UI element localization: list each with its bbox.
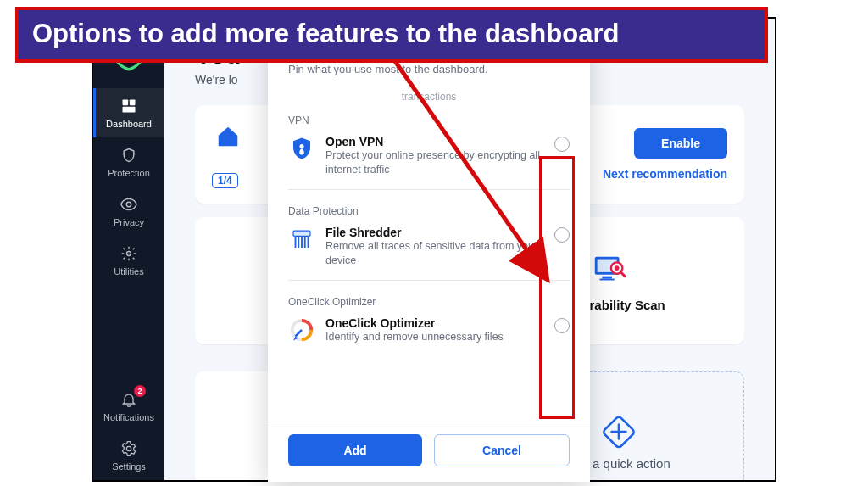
option-oneclick-optimizer[interactable]: OneClick Optimizer Identify and remove u…	[288, 315, 570, 356]
sidebar-item-label: Settings	[112, 461, 146, 472]
optimizer-icon	[288, 316, 315, 344]
sidebar-item-label: Privacy	[114, 217, 144, 227]
annotation-banner: Options to add more features to the dash…	[15, 7, 768, 63]
sidebar-item-label: Dashboard	[106, 119, 152, 129]
section-heading-data-protection: Data Protection	[288, 189, 570, 224]
enable-button[interactable]: Enable	[634, 128, 727, 159]
modal-scroll-area[interactable]: transactions VPN Open VPN Protect your o…	[268, 82, 590, 422]
svg-rect-15	[293, 231, 310, 236]
option-title: Open VPN	[326, 135, 544, 148]
svg-point-5	[126, 446, 131, 450]
option-file-shredder[interactable]: File Shredder Remove all traces of sensi…	[288, 224, 570, 280]
option-radio-optimizer[interactable]	[554, 318, 570, 333]
sidebar-item-dashboard[interactable]: Dashboard	[93, 88, 164, 137]
quick-actions-modal: Quick actions Pin what you use most to t…	[268, 22, 590, 482]
section-heading-vpn: VPN	[288, 109, 570, 133]
next-recommendation-link[interactable]: Next recommendation	[603, 167, 727, 181]
recommendation-left: 1/4	[212, 120, 244, 188]
notification-badge: 2	[134, 385, 146, 397]
svg-rect-9	[600, 278, 615, 280]
sidebar-item-label: Protection	[108, 168, 150, 178]
svg-rect-8	[602, 276, 612, 278]
sidebar-item-label: Utilities	[114, 266, 143, 277]
sidebar-item-protection[interactable]: Protection	[93, 137, 164, 187]
sidebar-item-privacy[interactable]: Privacy	[93, 187, 164, 236]
gear-icon	[120, 244, 138, 263]
vpn-shield-icon	[288, 135, 315, 162]
truncated-prev-item: transactions	[288, 87, 570, 109]
svg-point-11	[615, 265, 620, 271]
sidebar-item-utilities[interactable]: Utilities	[93, 236, 164, 285]
option-desc: Protect your online presence by encrypti…	[326, 148, 544, 177]
option-open-vpn[interactable]: Open VPN Protect your online presence by…	[288, 133, 570, 189]
svg-rect-1	[130, 100, 136, 106]
eye-icon	[120, 195, 138, 214]
shredder-icon	[288, 226, 315, 253]
recommendation-counter: 1/4	[212, 173, 238, 188]
section-heading-optimizer: OneClick Optimizer	[288, 280, 570, 315]
monitor-search-icon	[590, 250, 631, 291]
svg-point-14	[300, 144, 304, 148]
option-desc: Remove all traces of sensitive data from…	[326, 239, 544, 268]
option-title: File Shredder	[326, 226, 544, 239]
option-desc: Identify and remove unnecessary files	[326, 330, 544, 344]
svg-point-3	[126, 202, 131, 207]
cancel-button[interactable]: Cancel	[434, 434, 570, 466]
modal-subtitle: Pin what you use most to the dashboard.	[288, 63, 570, 75]
sidebar-item-label: Notifications	[103, 412, 154, 422]
sidebar-item-notifications[interactable]: 2 Notifications	[93, 382, 164, 431]
house-icon	[212, 120, 244, 153]
option-radio-shredder[interactable]	[554, 227, 570, 243]
svg-rect-0	[123, 100, 129, 106]
sidebar: Dashboard Protection Privacy Utilities	[93, 19, 164, 480]
plus-diamond-icon	[601, 414, 637, 450]
option-radio-vpn[interactable]	[554, 137, 570, 152]
svg-rect-2	[123, 107, 136, 113]
svg-point-4	[127, 252, 131, 256]
add-button[interactable]: Add	[288, 434, 422, 466]
gear-icon	[120, 439, 138, 458]
dashboard-icon	[120, 97, 138, 115]
svg-line-12	[620, 271, 625, 276]
option-title: OneClick Optimizer	[326, 316, 544, 330]
shield-icon	[120, 146, 138, 165]
sidebar-item-settings[interactable]: Settings	[93, 431, 164, 480]
